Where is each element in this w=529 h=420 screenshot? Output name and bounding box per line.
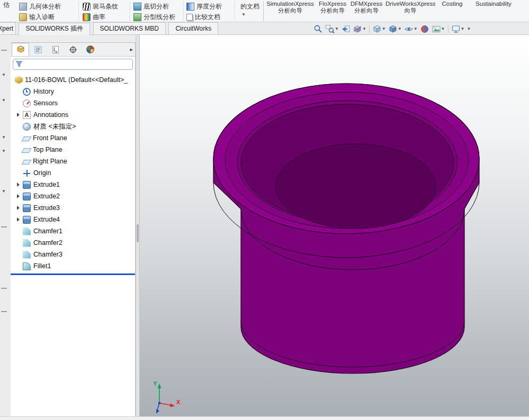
curvature-button[interactable]: 曲率 xyxy=(83,12,105,22)
geometry-analysis-icon xyxy=(19,3,27,11)
plane-icon xyxy=(22,160,32,165)
edit-appearance-button[interactable] xyxy=(419,24,431,34)
section-view-button[interactable]: ▼ xyxy=(352,24,367,34)
expand-arrow[interactable] xyxy=(14,113,23,117)
ribbon: 估 几何体分析 输入诊断 斑马条纹 曲率 底切分析 分型线分析 xyxy=(0,0,529,22)
expand-arrow[interactable] xyxy=(14,182,23,187)
panel-tabs-expand-button[interactable]: ▸ xyxy=(130,46,133,53)
active-document-dropdown[interactable]: ▼ xyxy=(241,13,246,17)
docked-toolbar-edge: ▼ ▼ ▼ ▼ ▼ xyxy=(0,35,11,420)
tree-item-sensors[interactable]: Sensors xyxy=(11,97,135,109)
driveworksxpress-wizard-button[interactable]: DriveWorksXpress 向导 xyxy=(385,0,435,22)
expand-arrow[interactable] xyxy=(14,194,23,198)
tree-item-extrude4[interactable]: Extrude4 xyxy=(11,214,135,225)
parting-line-analysis-button[interactable]: 分型线分析 xyxy=(133,12,175,22)
view-orientation-button[interactable]: ▼ xyxy=(371,24,387,34)
dimxpert-manager-icon xyxy=(69,45,77,54)
thickness-analysis-icon xyxy=(186,3,194,11)
feature-tree: 11-016-BOWL (Default<<Default>_ History … xyxy=(11,71,135,275)
chamfer-icon xyxy=(23,227,31,235)
curvature-icon xyxy=(83,13,91,21)
expand-arrow[interactable] xyxy=(14,217,23,222)
tree-item-extrude2[interactable]: Extrude2 xyxy=(11,190,135,202)
rollback-bar[interactable] xyxy=(11,273,135,275)
tree-item-fillet1[interactable]: Fillet1 xyxy=(11,260,135,272)
apply-scene-button[interactable]: ▼ xyxy=(431,24,446,34)
tree-item-extrude3[interactable]: Extrude3 xyxy=(11,202,135,214)
y-axis-label: Y xyxy=(153,380,157,387)
y-axis-arrow xyxy=(158,384,162,388)
ribbon-corner-label: 估 xyxy=(3,1,10,10)
parting-line-analysis-icon xyxy=(133,13,141,21)
tree-item-annotations[interactable]: Annotations xyxy=(11,109,135,121)
configuration-manager-icon xyxy=(51,45,60,54)
plane-icon xyxy=(22,136,32,141)
compare-documents-button[interactable]: 比较文档 xyxy=(186,12,220,22)
tree-item-front-plane[interactable]: Front Plane xyxy=(11,132,135,144)
apply-scene-icon xyxy=(432,24,441,34)
zebra-stripes-button[interactable]: 斑马条纹 xyxy=(83,2,118,11)
undercut-analysis-button[interactable]: 底切分析 xyxy=(133,2,169,11)
tree-item-material[interactable]: 材质 <未指定> xyxy=(11,121,135,132)
expand-arrow[interactable] xyxy=(14,206,23,210)
view-settings-button[interactable]: ▼ xyxy=(450,24,466,34)
tree-item-chamfer1[interactable]: Chamfer1 xyxy=(11,225,135,237)
tab-solidworks-addins[interactable]: SOLIDWORKS 插件 xyxy=(19,23,90,35)
tab-dimxpertmanager[interactable] xyxy=(64,43,82,56)
geometry-analysis-button[interactable]: 几何体分析 xyxy=(19,2,61,11)
tree-item-chamfer3[interactable]: Chamfer3 xyxy=(11,249,135,260)
zoom-to-area-button[interactable]: ▼ xyxy=(324,24,340,34)
active-document-button[interactable]: 的文档 xyxy=(238,2,259,11)
simulationxpress-wizard-button[interactable]: SimulationXpress 分析向导 xyxy=(265,0,316,22)
fillet-icon xyxy=(23,262,31,270)
floxpress-wizard-button[interactable]: FloXpress 分析向导 xyxy=(318,0,347,22)
tab-propertymanager[interactable] xyxy=(29,43,47,56)
tab-circuitworks[interactable]: CircuitWorks xyxy=(168,22,218,34)
compare-documents-icon xyxy=(186,14,193,21)
panel-tab-strip: ▸ xyxy=(11,43,135,57)
tree-item-top-plane[interactable]: Top Plane xyxy=(11,144,135,156)
tree-item-history[interactable]: History xyxy=(11,86,135,97)
heads-up-view-toolbar: ▼ ▼ ▼ ▼ ▼ ▼ ▼ xyxy=(312,23,472,35)
zebra-stripes-icon xyxy=(83,3,91,11)
tab-displaymanager[interactable] xyxy=(82,43,99,56)
display-style-icon xyxy=(388,24,398,34)
tab-configurationmanager[interactable] xyxy=(47,43,64,56)
tab-featuremanager-tree[interactable] xyxy=(12,43,29,56)
extrude-icon xyxy=(23,204,31,212)
costing-button[interactable]: Costing xyxy=(437,0,467,22)
import-diagnostics-button[interactable]: 输入诊断 xyxy=(19,12,55,22)
edit-appearance-icon xyxy=(420,24,429,34)
extrude-icon xyxy=(23,216,31,224)
bowl-model[interactable] xyxy=(137,35,529,420)
x-axis-label: X xyxy=(176,399,181,405)
tree-item-extrude1[interactable]: Extrude1 xyxy=(11,179,135,190)
tree-item-chamfer2[interactable]: Chamfer2 xyxy=(11,237,135,249)
reference-triad: Y X xyxy=(142,380,184,417)
view-orientation-icon xyxy=(372,24,382,34)
tab-xpert[interactable]: Xpert xyxy=(0,22,16,34)
material-icon xyxy=(23,123,31,131)
display-style-button[interactable]: ▼ xyxy=(387,24,403,34)
hide-show-items-button[interactable]: ▼ xyxy=(403,24,419,34)
tab-solidworks-mbd[interactable]: SOLIDWORKS MBD xyxy=(93,22,166,34)
thickness-analysis-button[interactable]: 厚度分析 xyxy=(186,2,222,11)
x-axis-arrow xyxy=(170,404,175,407)
dfmxpress-wizard-button[interactable]: DFMXpress 分析向导 xyxy=(349,0,383,22)
toolbar-expand-button[interactable]: ▼ xyxy=(465,26,472,32)
previous-view-button[interactable] xyxy=(340,24,352,34)
tree-item-right-plane[interactable]: Right Plane xyxy=(11,156,135,167)
z-axis-arrow xyxy=(156,409,159,414)
triad-origin xyxy=(158,402,160,404)
graphics-viewport[interactable]: Y X xyxy=(137,35,529,420)
section-view-icon xyxy=(353,24,362,34)
sustainability-button[interactable]: Sustainability xyxy=(469,0,518,22)
tree-item-origin[interactable]: Origin xyxy=(11,167,135,179)
filter-funnel-icon xyxy=(15,60,23,68)
previous-view-icon xyxy=(341,24,351,34)
zoom-to-fit-button[interactable] xyxy=(312,24,324,34)
splitter-grip[interactable] xyxy=(137,224,139,242)
tree-filter-input[interactable] xyxy=(23,60,130,68)
panel-splitter[interactable] xyxy=(136,35,140,420)
tree-root-item[interactable]: 11-016-BOWL (Default<<Default>_ xyxy=(11,74,135,86)
